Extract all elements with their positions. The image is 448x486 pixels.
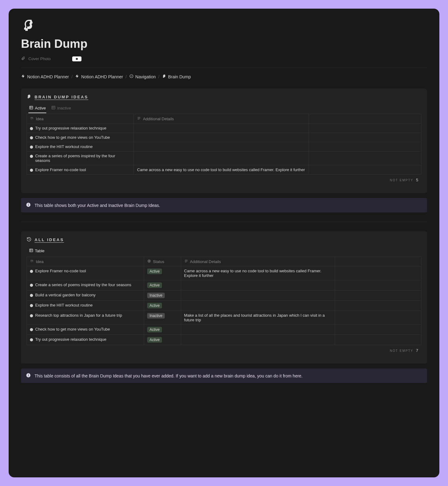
details-cell[interactable] (181, 280, 335, 290)
status-cell[interactable]: Active (144, 325, 181, 335)
empty-cell (309, 133, 421, 142)
details-cell[interactable] (181, 290, 335, 301)
idea-cell[interactable]: Build a vertical garden for balcony (27, 290, 144, 301)
tab-label: Active (35, 106, 46, 110)
history-icon (27, 237, 31, 243)
details-cell[interactable] (181, 301, 335, 311)
breadcrumb: Notion ADHD Planner / Notion ADHD Planne… (21, 68, 427, 89)
empty-cell (335, 290, 421, 301)
idea-cell[interactable]: Explore Framer no-code tool (27, 165, 134, 175)
idea-text: Build a vertical garden for balcony (35, 293, 96, 297)
bolt-icon (21, 74, 25, 79)
tab-active[interactable]: Active (28, 104, 46, 113)
idea-cell[interactable]: Try out progressive relaxation technique (27, 335, 144, 345)
idea-cell[interactable]: Try out progressive relaxation technique (27, 124, 134, 133)
idea-cell[interactable]: Create a series of poems inspired by the… (27, 280, 144, 290)
empty-cell (335, 335, 421, 345)
idea-text: Explore the HIIT workout routine (35, 144, 93, 149)
col-header-empty (309, 114, 421, 124)
breadcrumb-label: Navigation (135, 74, 156, 79)
empty-cell (335, 280, 421, 290)
svg-rect-5 (52, 106, 55, 109)
details-cell[interactable]: Came across a new easy to use no code to… (134, 165, 309, 175)
section1-tabs: Active Inactive (27, 104, 421, 113)
col-header-idea[interactable]: Idea (27, 257, 144, 266)
cover-photo-row: Cover Photo (21, 56, 427, 68)
status-cell[interactable]: Active (144, 301, 181, 311)
col-label: Additional Details (190, 259, 221, 264)
status-badge: Active (147, 303, 162, 308)
col-header-details[interactable]: Additional Details (134, 114, 309, 124)
details-cell[interactable] (134, 124, 309, 133)
footer-count: 5 (416, 178, 418, 182)
empty-cell (335, 301, 421, 311)
empty-cell (309, 151, 421, 165)
cover-photo-label[interactable]: Cover Photo (28, 56, 51, 61)
svg-rect-14 (30, 249, 33, 252)
status-dot-icon (30, 169, 33, 172)
table-row[interactable]: Create a series of poems inspired by the… (27, 280, 421, 290)
details-text: Came across a new easy to use no code to… (137, 167, 305, 172)
status-dot-icon (30, 155, 33, 158)
status-cell[interactable]: Active (144, 280, 181, 290)
details-cell[interactable] (181, 325, 335, 335)
tab-inactive[interactable]: Inactive (51, 104, 72, 113)
breadcrumb-item-3[interactable]: Brain Dump (162, 74, 191, 79)
details-cell[interactable] (134, 151, 309, 165)
status-cell[interactable]: Inactive (144, 311, 181, 325)
table-footer: NOT EMPTY 7 (27, 345, 421, 355)
col-header-status[interactable]: Status (144, 257, 181, 266)
table-row[interactable]: Explore the HIIT workout routine (27, 142, 421, 151)
idea-cell[interactable]: Create a series of poems inspired by the… (27, 151, 134, 165)
table-row[interactable]: Research top attractions in Japan for a … (27, 311, 421, 325)
tab-label: Inactive (57, 106, 71, 110)
page-title: Brain Dump (21, 37, 427, 51)
idea-cell[interactable]: Explore the HIIT workout routine (27, 142, 134, 151)
table-row[interactable]: Explore Framer no-code toolActiveCame ac… (27, 266, 421, 280)
svg-rect-12 (28, 204, 28, 206)
table-row[interactable]: Build a vertical garden for balconyInact… (27, 290, 421, 301)
table-row[interactable]: Explore Framer no-code toolCame across a… (27, 165, 421, 175)
table-row[interactable]: Check how to get more views on YouTube (27, 133, 421, 142)
details-cell[interactable] (134, 133, 309, 142)
breadcrumb-item-0[interactable]: Notion ADHD Planner (21, 74, 69, 79)
details-cell[interactable] (134, 142, 309, 151)
title-icon (30, 259, 34, 264)
cover-photo-chip[interactable] (72, 56, 81, 61)
idea-cell[interactable]: Check how to get more views on YouTube (27, 133, 134, 142)
col-label: Idea (36, 259, 44, 264)
table-row[interactable]: Try out progressive relaxation technique (27, 124, 421, 133)
breadcrumb-item-1[interactable]: Notion ADHD Planner (75, 74, 123, 79)
head-icon (27, 94, 31, 100)
details-cell[interactable]: Came across a new easy to use no code to… (181, 266, 335, 280)
panel-title: ALL IDEAS (35, 237, 64, 242)
status-cell[interactable]: Active (144, 335, 181, 345)
status-dot-icon (30, 270, 33, 273)
idea-cell[interactable]: Explore the HIIT workout routine (27, 301, 144, 311)
details-cell[interactable]: Make a list of all the places and touris… (181, 311, 335, 325)
table-row[interactable]: Explore the HIIT workout routineActive (27, 301, 421, 311)
idea-text: Check how to get more views on YouTube (35, 327, 110, 332)
status-badge: Active (147, 327, 162, 332)
details-cell[interactable] (181, 335, 335, 345)
breadcrumb-sep: / (158, 74, 160, 79)
status-badge: Active (147, 269, 162, 274)
status-cell[interactable]: Inactive (144, 290, 181, 301)
callout-info-1: This table shows both your Active and In… (21, 198, 427, 212)
idea-cell[interactable]: Check how to get more views on YouTube (27, 325, 144, 335)
breadcrumb-sep: / (126, 74, 127, 79)
footer-count: 7 (416, 348, 418, 353)
tab-table[interactable]: Table (28, 246, 45, 256)
idea-cell[interactable]: Research top attractions in Japan for a … (27, 311, 144, 325)
status-cell[interactable]: Active (144, 266, 181, 280)
breadcrumb-item-2[interactable]: Navigation (129, 74, 156, 79)
col-header-details[interactable]: Additional Details (181, 257, 335, 266)
status-dot-icon (30, 328, 33, 331)
table-row[interactable]: Check how to get more views on YouTubeAc… (27, 325, 421, 335)
idea-text: Explore Framer no-code tool (35, 167, 86, 172)
table-row[interactable]: Try out progressive relaxation technique… (27, 335, 421, 345)
table-row[interactable]: Create a series of poems inspired by the… (27, 151, 421, 165)
idea-text: Try out progressive relaxation technique (35, 337, 106, 342)
col-header-idea[interactable]: Idea (27, 114, 134, 124)
idea-cell[interactable]: Explore Framer no-code tool (27, 266, 144, 280)
